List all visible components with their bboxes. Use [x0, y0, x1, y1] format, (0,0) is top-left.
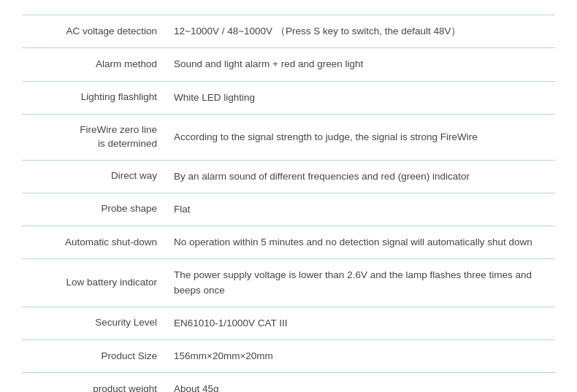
row-label: Low battery indicator	[22, 259, 164, 307]
row-label: FireWire zero lineis determined	[22, 114, 164, 160]
table-row: product weightAbout 45g	[22, 373, 555, 392]
row-value: 156mm×20mm×20mm	[167, 340, 555, 373]
row-label: Lighting flashlight	[22, 81, 164, 114]
row-label: Direct way	[22, 160, 164, 193]
row-value: About 45g	[167, 373, 555, 392]
row-label: product weight	[22, 373, 164, 392]
row-value: By an alarm sound of different frequenci…	[167, 160, 555, 193]
row-value: Flat	[167, 193, 555, 226]
row-label: Alarm method	[22, 48, 164, 81]
table-row: Automatic shut-downNo operation within 5…	[22, 226, 555, 259]
table-row: Security LevelEN61010-1/1000V CAT III	[22, 307, 555, 339]
row-value: White LED lighting	[167, 81, 555, 114]
row-value: 12~1000V / 48~1000V （Press S key to swit…	[167, 15, 555, 48]
table-row: Low battery indicatorThe power supply vo…	[22, 259, 555, 307]
page-wrapper: AC voltage detection12~1000V / 48~1000V …	[0, 0, 577, 392]
row-value: No operation within 5 minutes and no det…	[167, 226, 555, 259]
table-row: Product Size156mm×20mm×20mm	[22, 340, 555, 373]
table-row: Lighting flashlightWhite LED lighting	[22, 81, 555, 114]
row-label: Probe shape	[22, 193, 164, 226]
spec-table: AC voltage detection12~1000V / 48~1000V …	[22, 15, 555, 392]
row-label: Automatic shut-down	[22, 226, 164, 259]
table-row: AC voltage detection12~1000V / 48~1000V …	[22, 15, 555, 48]
row-value: EN61010-1/1000V CAT III	[167, 307, 555, 339]
row-value: According to the signal strength to judg…	[167, 114, 555, 160]
row-label: Product Size	[22, 340, 164, 373]
row-label: AC voltage detection	[22, 15, 164, 48]
table-row: Direct wayBy an alarm sound of different…	[22, 160, 555, 193]
table-row: Alarm methodSound and light alarm + red …	[22, 48, 555, 81]
row-value: The power supply voltage is lower than 2…	[167, 259, 555, 307]
row-value: Sound and light alarm + red and green li…	[167, 48, 555, 81]
table-row: Probe shapeFlat	[22, 193, 555, 226]
row-label: Security Level	[22, 307, 164, 339]
table-row: FireWire zero lineis determinedAccording…	[22, 114, 555, 160]
